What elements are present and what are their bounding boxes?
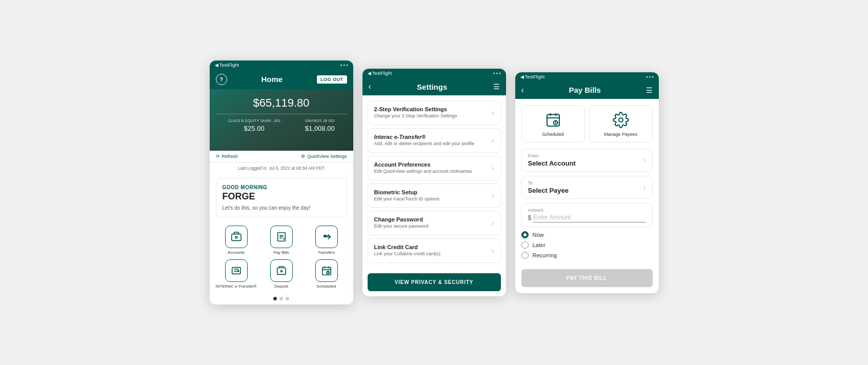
user-name: FORGE [223,191,340,202]
deposit-icon [270,259,293,282]
radio-later-label: Later [533,242,546,248]
quickview-label: QuickView Settings [307,154,347,159]
svg-rect-12 [322,267,331,275]
settings-title: Settings [371,83,493,91]
prefs-desc: Edit QuickView settings and account nick… [374,169,488,175]
chevron-icon: › [492,109,494,117]
radio-recurring-dot [521,252,529,259]
status-right-s: ▪ ▪ ▪ [493,71,501,76]
settings-item-password[interactable]: Change Password Edit your secure passwor… [368,211,501,235]
radio-now[interactable]: Now [521,231,653,238]
total-amount: $65,119.80 [216,96,347,110]
radio-recurring[interactable]: Recurring [521,252,653,259]
creditcard-title: Link Credit Card [374,244,488,250]
interac-label: INTERAC e-Transfer® [216,284,257,289]
status-left-s: ◀ TestFlight [368,71,392,76]
greeting-message: Let's do this, so you can enjoy the day! [223,205,340,211]
action-accounts[interactable]: Accounts [216,226,257,255]
paybills-icon [270,226,293,248]
logout-button[interactable]: LOG OUT [317,75,347,84]
paybills-screen: ◀ TestFlight ▪ ▪ ▪ ‹ Pay Bills ☰ [515,72,659,293]
accounts-label: Accounts [228,250,245,255]
chevron-icon: › [492,164,494,172]
screens-container: ◀ TestFlight ▪ ▪ ▪ ? Home LOG OUT $65,11… [210,60,659,305]
manage-payees-card[interactable]: Manage Payees [589,105,653,143]
from-label: From: [528,153,576,158]
radio-recurring-label: Recurring [533,252,557,258]
settings-icon: ⚙ [301,154,305,159]
refresh-button[interactable]: ⟳ Refresh [216,154,238,159]
account-2[interactable]: SAVINGS JB 002 $1,008.00 [305,118,335,132]
status-right: ▪ ▪ ▪ [340,63,348,68]
radio-now-dot [521,231,529,238]
paybills-header: ‹ Pay Bills ☰ [515,82,659,99]
accounts-icon [225,226,248,248]
chevron-icon: › [492,219,494,227]
chevron-icon: › [492,247,494,255]
account-2-name: SAVINGS JB 002 [305,118,335,123]
settings-item-creditcard[interactable]: Link Credit Card Link your Collabria cre… [368,238,501,263]
2step-title: 2-Step Verification Settings [374,106,488,112]
settings-item-prefs[interactable]: Account Preferences Edit QuickView setti… [368,156,501,180]
status-bar-home: ◀ TestFlight ▪ ▪ ▪ [210,60,353,70]
radio-now-label: Now [533,232,544,238]
menu-icon[interactable]: ☰ [493,83,500,91]
from-field[interactable]: From: Select Account › [521,149,653,172]
to-field[interactable]: To: Select Payee › [521,176,653,199]
radio-later-dot [521,241,529,249]
interac-desc: Add, edit or delete recipients and edit … [374,141,488,147]
status-left-p: ◀ TestFlight [520,74,545,79]
dot-2 [279,297,283,300]
svg-rect-0 [231,234,240,240]
manage-payees-label: Manage Payees [604,132,637,137]
action-scheduled[interactable]: Scheduled [306,259,347,289]
scheduled-calendar-icon [544,111,562,129]
refresh-icon: ⟳ [216,154,220,159]
settings-item-2step[interactable]: 2-Step Verification Settings Change your… [368,100,501,125]
from-chevron-icon: › [643,156,646,164]
dot-3 [286,297,289,300]
chevron-icon: › [492,191,494,199]
privacy-security-button[interactable]: VIEW PRIVACY & SECURITY [368,273,501,291]
amount-field[interactable]: Amount: $ Enter Amount [521,203,653,227]
radio-later[interactable]: Later [521,241,653,249]
status-left: ◀ TestFlight [215,63,239,68]
action-paybills[interactable]: Pay Bills [261,226,302,255]
scheduled-action-card[interactable]: Scheduled [521,105,585,143]
pay-bill-button[interactable]: PAY THIS BILL [521,269,653,287]
paybills-menu-icon[interactable]: ☰ [646,86,653,94]
to-label: To: [528,180,569,186]
payment-timing-radio-group: Now Later Recurring [515,227,659,263]
home-title: Home [227,75,317,84]
interac-icon [225,259,248,282]
account-1[interactable]: CLASS B EQUITY SHAR...001 $25.00 [228,118,280,132]
action-deposit[interactable]: Deposit [261,259,302,289]
password-desc: Edit your secure password [374,224,488,230]
home-banner: $65,119.80 CLASS B EQUITY SHAR...001 $25… [210,89,353,151]
home-screen: ◀ TestFlight ▪ ▪ ▪ ? Home LOG OUT $65,11… [210,60,353,305]
transfers-icon [315,226,338,248]
status-right-p: ▪ ▪ ▪ [646,74,654,79]
help-icon[interactable]: ? [216,74,227,85]
settings-list: 2-Step Verification Settings Change your… [362,95,506,268]
settings-header: ‹ Settings ☰ [362,78,506,95]
settings-item-interac[interactable]: Interac e-Transfer® Add, edit or delete … [368,128,501,153]
refresh-label: Refresh [222,154,238,159]
quickview-button[interactable]: ⚙ QuickView Settings [301,154,347,159]
paybills-label: Pay Bills [273,250,289,255]
greeting-card: GOOD MORNING FORGE Let's do this, so you… [216,178,347,217]
action-transfers[interactable]: Transfers [306,226,347,255]
biometric-title: Biometric Setup [374,189,488,195]
paybills-form: From: Select Account › To: Select Payee … [515,149,659,227]
home-header: ? Home LOG OUT [210,70,353,89]
settings-screen: ◀ TestFlight ▪ ▪ ▪ ‹ Settings ☰ 2-Step V… [362,69,506,296]
action-interac[interactable]: INTERAC e-Transfer® [216,259,257,289]
amount-currency: $ [528,214,532,221]
settings-item-biometric[interactable]: Biometric Setup Edit your Face/Touch ID … [368,184,501,208]
biometric-desc: Edit your Face/Touch ID options [374,196,488,202]
from-value: Select Account [528,159,576,167]
last-logged: Last Logged in: Jul 6, 2022 at 08:34 AM … [210,163,353,174]
amount-label: Amount: [528,208,646,213]
transfers-label: Transfers [318,250,335,255]
paybills-actions-row: Scheduled Manage Payees [515,99,659,149]
